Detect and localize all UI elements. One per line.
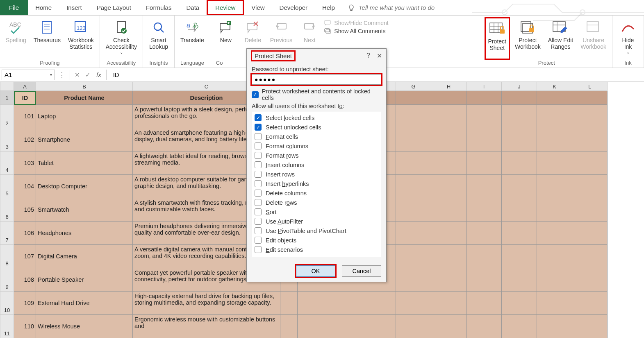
thesaurus-button[interactable]: Thesaurus: [31, 17, 63, 60]
cell[interactable]: [572, 245, 608, 268]
cell[interactable]: [431, 268, 467, 292]
permission-item[interactable]: Delete columns: [255, 188, 378, 198]
cell[interactable]: [537, 315, 572, 338]
password-input[interactable]: [252, 74, 381, 85]
row-header[interactable]: 9: [0, 268, 14, 292]
cell[interactable]: [396, 175, 431, 198]
cell[interactable]: Laptop: [36, 105, 133, 128]
cell[interactable]: Digital Camera: [36, 245, 133, 268]
tab-developer[interactable]: Developer: [272, 0, 315, 15]
cell[interactable]: [431, 198, 467, 222]
cell[interactable]: 108: [14, 268, 36, 292]
checkbox[interactable]: [255, 180, 262, 187]
col-header-i[interactable]: I: [467, 82, 502, 91]
cell[interactable]: Smartwatch: [36, 198, 133, 222]
row-header[interactable]: 2: [0, 105, 14, 128]
cell[interactable]: [467, 292, 502, 315]
cell[interactable]: 107: [14, 245, 36, 268]
row-header[interactable]: 1: [0, 91, 14, 105]
tab-data[interactable]: Data: [179, 0, 207, 15]
cell[interactable]: 104: [14, 175, 36, 198]
cell[interactable]: [502, 91, 537, 105]
row-header[interactable]: 5: [0, 175, 14, 198]
permission-item[interactable]: Use AutoFilter: [255, 217, 378, 226]
tab-formulas[interactable]: Formulas: [139, 0, 179, 15]
tab-file[interactable]: File: [0, 0, 28, 15]
cell[interactable]: [537, 128, 572, 151]
cell[interactable]: [502, 268, 537, 292]
check-accessibility-button[interactable]: Check Accessibility⌄: [103, 17, 139, 60]
cell[interactable]: [431, 292, 467, 315]
cancel-button[interactable]: Cancel: [342, 265, 381, 277]
select-all-cell[interactable]: [0, 82, 14, 91]
cell[interactable]: [396, 315, 431, 338]
row-header[interactable]: 3: [0, 128, 14, 151]
cell[interactable]: [572, 292, 608, 315]
permission-item[interactable]: Insert rows: [255, 170, 378, 179]
cell[interactable]: [502, 198, 537, 222]
workbook-statistics-button[interactable]: 123Workbook Statistics: [66, 17, 96, 60]
cell[interactable]: [502, 105, 537, 128]
cell[interactable]: [396, 198, 431, 222]
close-icon[interactable]: ✕: [377, 52, 382, 60]
cell[interactable]: [572, 105, 608, 128]
cell[interactable]: [431, 315, 467, 338]
cell[interactable]: [431, 91, 467, 105]
col-header-k[interactable]: K: [537, 82, 572, 91]
cell[interactable]: Desktop Computer: [36, 175, 133, 198]
cell-b1[interactable]: Product Name: [36, 91, 133, 105]
permission-item[interactable]: Delete rows: [255, 198, 378, 207]
cell[interactable]: External Hard Drive: [36, 292, 133, 315]
cell[interactable]: 101: [14, 105, 36, 128]
col-header-j[interactable]: J: [502, 82, 537, 91]
cell[interactable]: [467, 128, 502, 151]
cell[interactable]: [467, 268, 502, 292]
smart-lookup-button[interactable]: Smart Lookup: [146, 17, 171, 60]
fx-icon[interactable]: fx: [94, 71, 104, 78]
ok-button[interactable]: OK: [296, 265, 335, 277]
protect-contents-checkbox[interactable]: ✓: [252, 91, 259, 98]
tell-me-input[interactable]: [359, 4, 465, 11]
permission-item[interactable]: Format columns: [255, 141, 378, 151]
checkbox[interactable]: [255, 218, 262, 225]
permission-item[interactable]: ✓ Select locked cells: [255, 113, 378, 122]
checkbox[interactable]: [255, 152, 262, 159]
cell[interactable]: [572, 91, 608, 105]
cancel-formula-icon[interactable]: ✕: [73, 71, 82, 79]
permission-item[interactable]: Format rows: [255, 151, 378, 160]
cell[interactable]: [572, 175, 608, 198]
row-header[interactable]: 4: [0, 151, 14, 175]
cell[interactable]: [298, 292, 396, 315]
cell[interactable]: [572, 222, 608, 245]
cell[interactable]: 103: [14, 151, 36, 175]
permission-item[interactable]: Use PivotTable and PivotChart: [255, 226, 378, 235]
row-header[interactable]: 10: [0, 292, 14, 315]
cell[interactable]: [572, 315, 608, 338]
row-header[interactable]: 7: [0, 222, 14, 245]
cell[interactable]: [537, 222, 572, 245]
cell[interactable]: [396, 128, 431, 151]
enter-formula-icon[interactable]: ✓: [83, 71, 92, 79]
cell[interactable]: [467, 198, 502, 222]
spelling-button[interactable]: ABCSpelling: [3, 17, 29, 60]
col-header-h[interactable]: H: [431, 82, 467, 91]
cell[interactable]: [467, 245, 502, 268]
checkbox[interactable]: [255, 161, 262, 168]
cell[interactable]: High-capacity external hard drive for ba…: [133, 292, 280, 315]
cell[interactable]: [537, 245, 572, 268]
cell[interactable]: [431, 222, 467, 245]
cell[interactable]: [431, 128, 467, 151]
cell[interactable]: [396, 292, 431, 315]
permission-item[interactable]: Sort: [255, 207, 378, 217]
cell[interactable]: [396, 105, 431, 128]
cell[interactable]: [502, 128, 537, 151]
cell[interactable]: [572, 128, 608, 151]
cell[interactable]: [467, 222, 502, 245]
col-header-l[interactable]: L: [572, 82, 608, 91]
protect-sheet-button[interactable]: Protect Sheet: [485, 17, 510, 60]
cell[interactable]: [467, 91, 502, 105]
cell[interactable]: [537, 151, 572, 175]
checkbox[interactable]: [255, 227, 262, 234]
checkbox[interactable]: [255, 208, 262, 215]
cell[interactable]: Smartphone: [36, 128, 133, 151]
